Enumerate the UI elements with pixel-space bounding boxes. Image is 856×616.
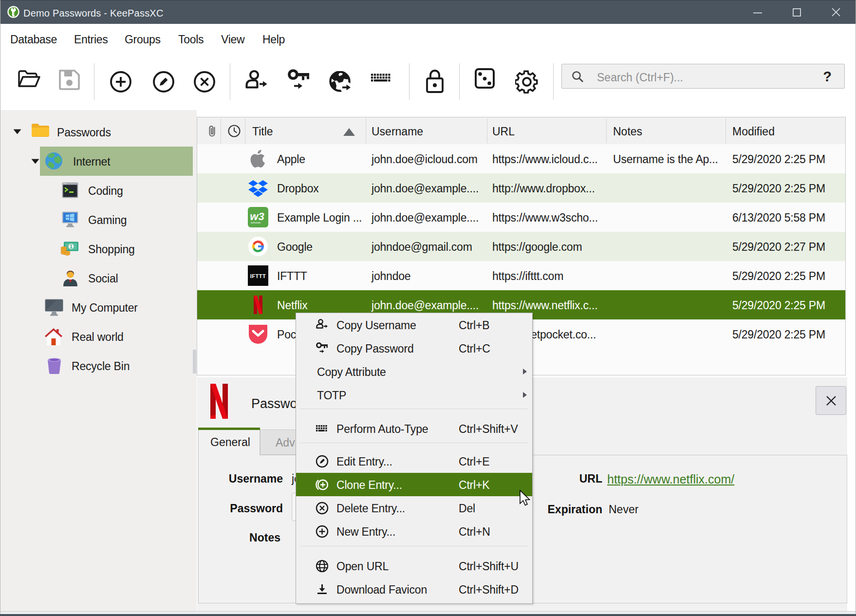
svg-text:schools: schools	[251, 221, 261, 224]
svg-text:1: 1	[70, 244, 73, 249]
svg-text:IFTTT: IFTTT	[250, 273, 266, 279]
